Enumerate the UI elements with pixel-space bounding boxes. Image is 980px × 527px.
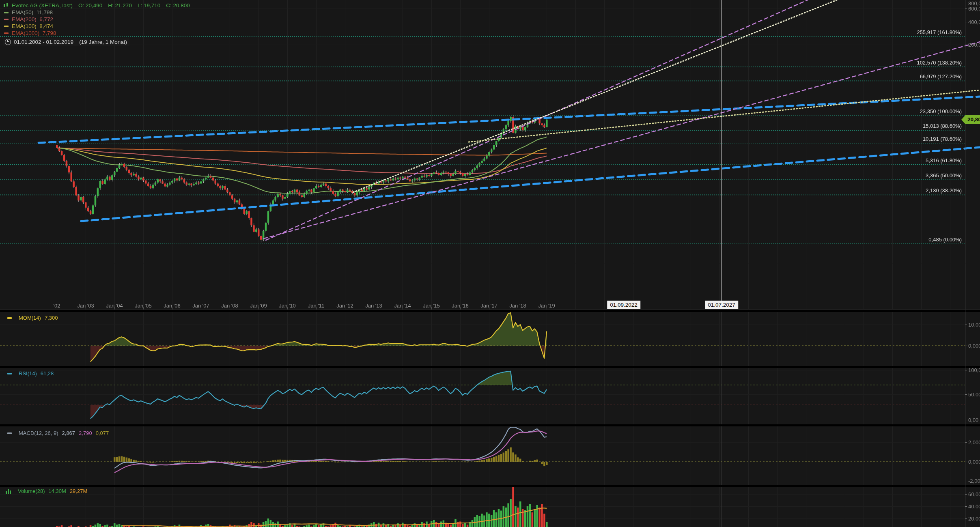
fib-level-label: 3,365 (50.00%) bbox=[926, 173, 962, 178]
ema-legend-row[interactable]: EMA(50) 11,798 bbox=[3, 9, 190, 16]
ohlc-open: O: 20,490 bbox=[78, 2, 102, 9]
chart-legend: Evotec AG (XETRA, last) O: 20,490 H: 21,… bbox=[3, 2, 190, 47]
panel-axis-label: 100,00 bbox=[968, 368, 980, 373]
macd-value-signal: 2,790 bbox=[79, 430, 92, 436]
volume-legend[interactable]: Volume(28) 14,30M 29,27M bbox=[6, 488, 87, 494]
date-range: 01.01.2002 - 01.02.2019 bbox=[14, 39, 73, 45]
x-axis-label: Jan '13 bbox=[365, 303, 382, 308]
ema-swatch-icon bbox=[4, 26, 9, 27]
rsi-swatch-icon bbox=[7, 373, 12, 374]
x-axis-label: Jan '17 bbox=[480, 303, 498, 308]
fib-level-label: 23,350 (100.00%) bbox=[920, 109, 962, 114]
instrument-row[interactable]: Evotec AG (XETRA, last) O: 20,490 H: 21,… bbox=[3, 2, 190, 9]
price-tick-label: 200,000 bbox=[968, 42, 980, 47]
x-axis-label: Jan '10 bbox=[279, 303, 296, 308]
ema-swatch-icon bbox=[4, 19, 9, 20]
x-axis-label: Jan '16 bbox=[452, 303, 469, 308]
macd-value-hist: 0,077 bbox=[96, 430, 109, 436]
x-axis-label: Jan '15 bbox=[423, 303, 440, 308]
chart-canvas[interactable] bbox=[0, 0, 980, 527]
instrument-title: Evotec AG (XETRA, last) bbox=[12, 2, 73, 9]
ema-label: EMA(50) 11,798 bbox=[12, 9, 53, 15]
ohlc-high: H: 21,270 bbox=[108, 2, 132, 9]
x-axis-label: '02 bbox=[54, 303, 60, 308]
panel-axis-label: 0,000 bbox=[968, 459, 980, 465]
mom-legend[interactable]: MOM(14) 7,300 bbox=[6, 315, 58, 321]
panel-axis-label: 40,00M bbox=[968, 504, 980, 509]
ema-swatch-icon bbox=[4, 32, 9, 34]
ema-label: EMA(1000) 7,798 bbox=[12, 30, 56, 36]
future-date-marker: 01.09.2022 bbox=[607, 301, 640, 309]
ema-label: EMA(200) 6,772 bbox=[12, 16, 53, 22]
macd-swatch-icon bbox=[7, 432, 12, 434]
mom-value: 7,300 bbox=[45, 315, 58, 321]
ema-legend-row[interactable]: EMA(1000) 7,798 bbox=[3, 30, 190, 37]
fib-level-label: 15,013 (88.60%) bbox=[923, 123, 962, 129]
x-axis-label: Jan '14 bbox=[394, 303, 411, 308]
rsi-title: RSI(14) bbox=[19, 370, 37, 376]
panel-axis-label: 20,00M bbox=[968, 516, 980, 521]
ema-swatch-icon bbox=[4, 12, 9, 13]
x-axis-label: Jan '03 bbox=[77, 303, 94, 308]
panel-axis-label: 0,000 bbox=[968, 343, 980, 348]
panel-axis-label: 50,00 bbox=[968, 392, 980, 397]
fib-level-label: 5,316 (61.80%) bbox=[926, 158, 962, 163]
volume-bars-icon bbox=[6, 489, 11, 494]
ema-legend-row[interactable]: EMA(100) 8,474 bbox=[3, 23, 190, 30]
x-axis-label: Jan '04 bbox=[106, 303, 123, 308]
macd-value-line: 2,867 bbox=[62, 430, 75, 436]
fib-level-label: 66,979 (127.20%) bbox=[920, 74, 962, 79]
date-range-row[interactable]: 01.01.2002 - 01.02.2019 (19 Jahre, 1 Mon… bbox=[3, 38, 129, 46]
charting-app: Evotec AG (XETRA, last) O: 20,490 H: 21,… bbox=[0, 0, 980, 527]
x-axis-label: Jan '08 bbox=[221, 303, 238, 308]
panel-axis-label: 0,00 bbox=[968, 417, 978, 423]
x-axis-label: Jan '19 bbox=[538, 303, 555, 308]
panel-axis-label: 10,000 bbox=[968, 322, 980, 327]
future-date-marker: 01.07.2027 bbox=[705, 301, 738, 309]
ema-legend-row[interactable]: EMA(200) 6,772 bbox=[3, 16, 190, 23]
fib-level-label: 2,130 (38.20%) bbox=[926, 188, 962, 193]
volume-ma: 29,27M bbox=[70, 488, 87, 494]
price-tick-label: 600,000 bbox=[968, 6, 980, 11]
x-axis-label: Jan '09 bbox=[250, 303, 267, 308]
ema-label: EMA(100) 8,474 bbox=[12, 23, 53, 29]
mom-title: MOM(14) bbox=[19, 315, 41, 321]
fib-level-label: 10,191 (78.60%) bbox=[923, 136, 962, 142]
fib-level-label: 102,570 (138.20%) bbox=[917, 60, 962, 65]
x-axis-label: Jan '18 bbox=[509, 303, 526, 308]
x-axis-label: Jan '11 bbox=[308, 303, 325, 308]
candlestick-icon bbox=[3, 3, 9, 8]
panel-axis-label: 60,00M bbox=[968, 492, 980, 497]
x-axis-label: Jan '12 bbox=[336, 303, 353, 308]
macd-legend[interactable]: MACD(12, 26, 9) 2,867 2,790 0,077 bbox=[6, 430, 109, 436]
panel-axis-label: 2,000 bbox=[968, 440, 980, 445]
clock-icon bbox=[5, 39, 11, 45]
panel-axis-label: -2,000 bbox=[968, 478, 980, 484]
price-tick-label: 400,000 bbox=[968, 19, 980, 25]
rsi-value: 61,28 bbox=[41, 370, 54, 376]
last-price-tag: 20,800 bbox=[965, 115, 980, 124]
volume-title: Volume(28) bbox=[18, 488, 45, 494]
mom-swatch-icon bbox=[7, 317, 12, 319]
ema-legend-rows: EMA(50) 11,798EMA(200) 6,772EMA(100) 8,4… bbox=[3, 9, 190, 37]
date-duration: (19 Jahre, 1 Monat) bbox=[79, 39, 127, 45]
macd-title: MACD(12, 26, 9) bbox=[19, 430, 58, 436]
x-axis-label: Jan '07 bbox=[192, 303, 209, 308]
x-axis-label: Jan '05 bbox=[135, 303, 152, 308]
volume-current: 14,30M bbox=[48, 488, 66, 494]
x-axis-label: Jan '06 bbox=[164, 303, 181, 308]
rsi-legend[interactable]: RSI(14) 61,28 bbox=[6, 370, 54, 376]
fib-level-label: 0,485 (0.00%) bbox=[928, 237, 962, 242]
ohlc-low: L: 19,710 bbox=[138, 2, 160, 9]
ohlc-close: C: 20,800 bbox=[166, 2, 190, 9]
fib-level-label: 255,917 (161.80%) bbox=[917, 30, 962, 35]
